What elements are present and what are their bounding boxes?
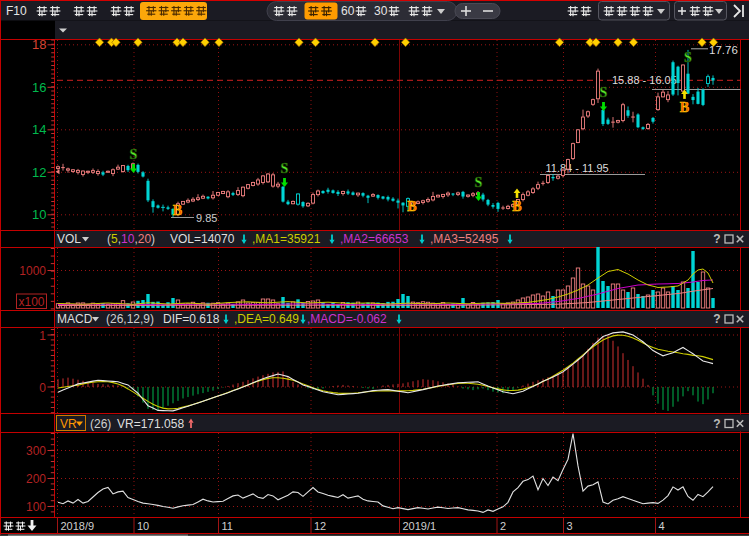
svg-text:VR=171.058: VR=171.058 (117, 417, 184, 431)
svg-text:18: 18 (32, 37, 46, 52)
svg-text:9.85: 9.85 (196, 212, 217, 224)
svg-text:S: S (600, 85, 608, 100)
svg-text:,MACD=-0.062: ,MACD=-0.062 (307, 312, 387, 326)
svg-text:0: 0 (39, 381, 46, 395)
svg-text:S: S (281, 161, 289, 176)
svg-text:(26,12,9): (26,12,9) (106, 312, 154, 326)
svg-text:?: ? (713, 417, 720, 431)
svg-text:,MA1=35921: ,MA1=35921 (252, 232, 321, 246)
svg-text:VOL=14070: VOL=14070 (170, 232, 235, 246)
svg-text:300: 300 (26, 444, 46, 458)
svg-text:2018/9: 2018/9 (61, 520, 95, 532)
svg-text:10: 10 (137, 520, 149, 532)
svg-text:MACD: MACD (57, 312, 93, 326)
svg-text:16: 16 (32, 80, 46, 95)
svg-text:B: B (512, 199, 521, 214)
svg-text:11.84 - 11.95: 11.84 - 11.95 (546, 162, 609, 174)
svg-text:14: 14 (32, 122, 46, 137)
svg-text:(5,10,20): (5,10,20) (107, 232, 155, 246)
svg-text:15.88 - 16.05: 15.88 - 16.05 (612, 74, 677, 86)
svg-text:S: S (475, 175, 483, 190)
svg-text:1: 1 (39, 329, 46, 343)
svg-text:,DEA=0.649: ,DEA=0.649 (234, 312, 299, 326)
svg-text:3: 3 (567, 520, 573, 532)
svg-text:VOL: VOL (57, 232, 81, 246)
svg-text:,MA3=52495: ,MA3=52495 (430, 232, 499, 246)
svg-text:?: ? (713, 232, 720, 246)
svg-text:DIF=0.618: DIF=0.618 (163, 312, 220, 326)
svg-text:B: B (173, 203, 182, 218)
svg-text:F10: F10 (6, 4, 27, 18)
svg-text:200: 200 (26, 472, 46, 486)
svg-text:12: 12 (314, 520, 326, 532)
svg-text:12: 12 (32, 165, 46, 180)
svg-text:4: 4 (659, 520, 665, 532)
svg-text:2019/1: 2019/1 (403, 520, 437, 532)
svg-text:2: 2 (500, 520, 506, 532)
svg-text:S: S (684, 50, 692, 65)
svg-text:30: 30 (374, 4, 388, 18)
svg-text:VR: VR (60, 417, 77, 431)
svg-text:B: B (407, 199, 416, 214)
svg-text:B: B (680, 100, 689, 115)
svg-text:11: 11 (222, 520, 233, 532)
svg-text:1000: 1000 (19, 264, 46, 278)
svg-text:60: 60 (341, 4, 355, 18)
svg-text:?: ? (713, 312, 720, 326)
svg-text:(26): (26) (90, 417, 111, 431)
svg-text:100: 100 (26, 500, 46, 514)
svg-text:10: 10 (32, 207, 46, 222)
svg-text:x100: x100 (18, 295, 44, 309)
svg-text:,MA2=66653: ,MA2=66653 (340, 232, 409, 246)
svg-text:S: S (130, 147, 138, 162)
